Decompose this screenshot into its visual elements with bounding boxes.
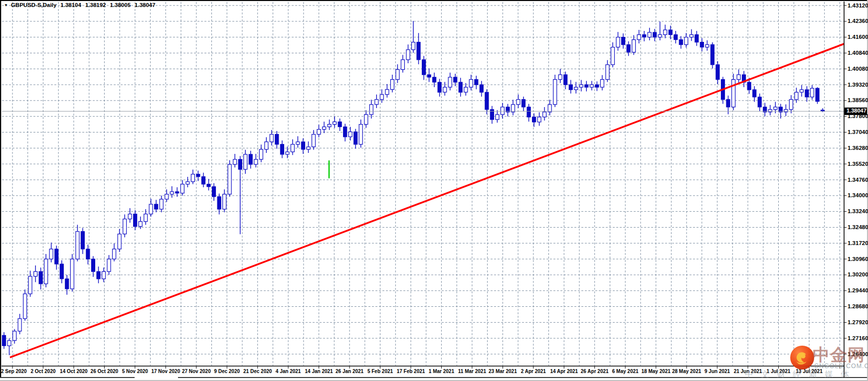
price-tick-label: 1.40840 (848, 50, 868, 56)
price-tick-label: 1.36280 (848, 145, 868, 151)
date-tick-label: 23 Mar 2021 (489, 369, 517, 374)
price-tick-label: 1.33240 (848, 208, 868, 214)
chart-symbol-timeframe: GBPUSD-S,Daily (11, 2, 56, 8)
price-tick-label: 1.28680 (848, 303, 868, 309)
date-tick-label: 26 Apr 2021 (581, 369, 609, 374)
date-tick-label: 27 Nov 2020 (182, 369, 211, 374)
price-tick-label: 1.39320 (848, 82, 868, 88)
price-tick-label: 1.34760 (848, 177, 868, 183)
date-tick-label: 6 May 2021 (612, 369, 639, 374)
price-tick-label: 1.31720 (848, 240, 868, 246)
date-tick-label: 1 Jul 2021 (767, 369, 791, 374)
date-tick-label: 2 Apr 2021 (521, 369, 546, 374)
price-tick-label: 1.29440 (848, 287, 868, 293)
date-tick-label: 1 Mar 2021 (429, 369, 454, 374)
bid-price-tag: 1.38047 (847, 108, 867, 114)
date-tick-label: 14 Oct 2020 (60, 369, 88, 374)
price-tick-label: 1.34000 (848, 192, 868, 198)
price-tick-label: 1.32480 (848, 224, 868, 230)
price-tick-label: 1.38560 (848, 97, 868, 103)
price-tick-label: 1.35520 (848, 161, 868, 167)
chart-window: ▼ GBPUSD-S,Daily 1.38104 1.38192 1.38005… (0, 0, 868, 381)
date-tick-label: 17 Nov 2020 (151, 369, 180, 374)
price-tick-label: 1.30960 (848, 256, 868, 262)
date-tick-label: 21 Dec 2020 (243, 369, 272, 374)
date-tick-label: 14 Apr 2021 (550, 369, 578, 374)
price-tick-label: 1.41600 (848, 34, 868, 40)
price-tick-label: 1.37040 (848, 129, 868, 135)
price-tick-label: 1.42360 (848, 18, 868, 24)
chart-dropdown-icon[interactable]: ▼ (4, 3, 8, 7)
price-tick-label: 1.30200 (848, 271, 868, 277)
date-tick-label: 17 Feb 2021 (397, 369, 425, 374)
date-tick-label: 9 Jun 2021 (704, 369, 730, 374)
date-tick-label: 28 May 2021 (672, 369, 701, 374)
price-tick-label: 1.27160 (848, 335, 868, 341)
date-tick-label: 4 Jan 2021 (276, 369, 301, 374)
price-tick-label: 1.40080 (848, 66, 868, 72)
date-tick-label: 11 Mar 2021 (458, 369, 486, 374)
price-tick-label: 1.37800 (848, 113, 868, 119)
ohlc-close: 1.38047 (135, 2, 156, 8)
price-tick-label: 1.26400 (848, 351, 868, 357)
date-tick-label: 14 Jan 2021 (305, 369, 333, 374)
ohlc-open: 1.38104 (60, 2, 81, 8)
ohlc-high: 1.38192 (85, 2, 106, 8)
date-tick-label: 18 May 2021 (641, 369, 670, 374)
chart-title: ▼ GBPUSD-S,Daily 1.38104 1.38192 1.38005… (4, 2, 156, 8)
date-tick-label: 5 Nov 2020 (122, 369, 148, 374)
price-tick-label: 1.27920 (848, 319, 868, 325)
date-tick-label: 9 Dec 2020 (214, 369, 240, 374)
ohlc-low: 1.38005 (110, 2, 131, 8)
date-tick-label: 22 Sep 2020 (0, 369, 27, 374)
date-tick-label: 26 Oct 2020 (91, 369, 119, 374)
date-tick-label: 26 Jan 2021 (336, 369, 363, 374)
date-tick-label: 21 Jun 2021 (734, 369, 762, 374)
price-tick-label: 1.43120 (848, 2, 868, 8)
date-tick-label: 13 Jul 2021 (796, 369, 822, 374)
date-tick-label: 2 Oct 2020 (30, 369, 55, 374)
date-tick-label: 5 Feb 2021 (367, 369, 393, 374)
